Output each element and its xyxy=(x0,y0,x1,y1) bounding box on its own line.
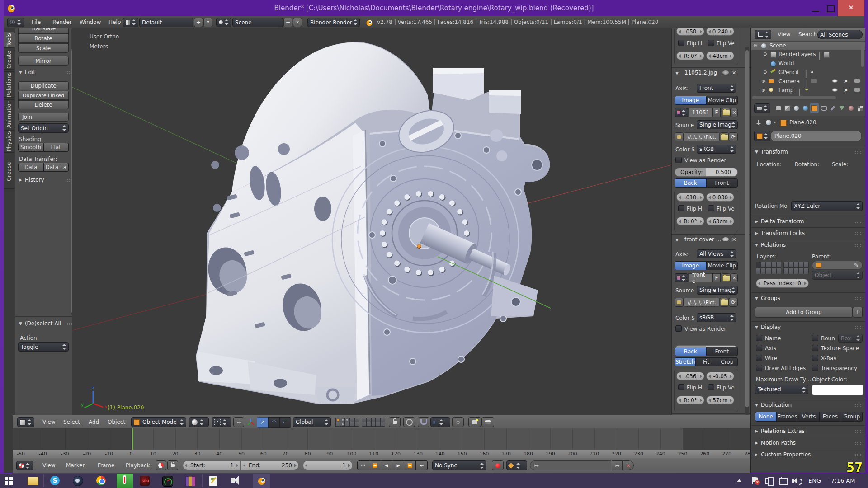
duplication-group[interactable]: Group xyxy=(841,412,863,422)
rotate-manipulator-button[interactable]: ◠ xyxy=(268,417,280,428)
smooth-button[interactable]: Smooth xyxy=(18,143,44,152)
img2-name-field[interactable]: front c xyxy=(688,273,712,282)
minimize-button[interactable] xyxy=(812,11,819,12)
lock-to-scene-button[interactable] xyxy=(389,417,401,427)
lock-time-button[interactable] xyxy=(167,460,178,470)
layers-grid-1[interactable] xyxy=(756,262,781,274)
menu-file[interactable]: File xyxy=(27,16,45,28)
current-frame-field[interactable]: 1 xyxy=(303,460,353,470)
duplication-frames[interactable]: Frames xyxy=(777,412,798,422)
taskbar-file-explorer-icon[interactable] xyxy=(26,475,40,486)
jump-to-end-button[interactable]: ⏭ xyxy=(416,460,428,470)
img1-flip-h-checkbox[interactable] xyxy=(678,205,684,211)
mirror-button[interactable]: Mirror xyxy=(18,56,69,66)
img2-offset-y-field[interactable]: -0.05 xyxy=(706,372,734,380)
delete-button[interactable]: Delete xyxy=(18,100,69,109)
properties-editor-selector[interactable] xyxy=(754,103,770,113)
history-section-header[interactable]: ▶History xyxy=(19,177,44,183)
transform-section-header[interactable]: ▼Transform xyxy=(755,149,788,155)
delete-scene-button[interactable]: ✕ xyxy=(293,18,302,27)
add-group-plus-button[interactable]: + xyxy=(853,307,863,318)
img1-front-button[interactable]: Front xyxy=(707,178,738,188)
render-tab[interactable] xyxy=(774,103,783,113)
translate-button[interactable]: Translate xyxy=(18,28,69,33)
motion-paths-header[interactable]: ▶Motion Paths xyxy=(755,440,796,446)
outliner-vscrollbar[interactable] xyxy=(861,42,864,67)
img1-fake-user-button[interactable]: F xyxy=(712,108,721,117)
prev-flip-v-checkbox[interactable] xyxy=(708,40,714,46)
img1-id-icon[interactable] xyxy=(675,108,688,117)
engine-model[interactable] xyxy=(196,42,550,404)
taskbar-gauge-icon[interactable] xyxy=(161,475,175,486)
img1-title[interactable]: 11051.2.jpg xyxy=(684,70,717,76)
max-draw-type-dropdown[interactable]: Textured xyxy=(755,385,808,394)
next-keyframe-button[interactable]: ⏩ xyxy=(404,460,416,470)
render-engine-selector[interactable]: Blender Render xyxy=(307,18,360,27)
img2-filepath-field[interactable]: //..\..\..\Pict... xyxy=(684,298,720,307)
visibility-eye-icon[interactable] xyxy=(832,79,838,83)
img2-stretch-button[interactable]: Stretch xyxy=(675,357,696,366)
viewport-menu-view[interactable]: View xyxy=(38,415,60,427)
prev-flip-h-checkbox[interactable] xyxy=(678,40,684,46)
timeline-tracks[interactable] xyxy=(13,428,750,450)
delete-layout-button[interactable]: ✕ xyxy=(203,18,212,27)
start-frame-field[interactable]: Start:1 xyxy=(183,460,241,470)
relations-header[interactable]: ▼Relations xyxy=(755,242,786,248)
timeline-menu-playback[interactable]: Playback xyxy=(121,458,155,470)
img2-browse-button[interactable] xyxy=(720,298,729,307)
add-scene-button[interactable]: + xyxy=(283,18,292,27)
taskbar-skype-icon[interactable]: S xyxy=(49,475,62,486)
groups-header[interactable]: ▼Groups xyxy=(755,295,780,301)
img1-opacity-slider[interactable]: Opacity:0.500 xyxy=(675,168,738,177)
img1-filepath-field[interactable]: //..\..\..\Pict... xyxy=(684,132,720,141)
scene-name[interactable]: Scene xyxy=(232,18,283,27)
opengl-anim-render-button[interactable] xyxy=(481,417,494,427)
duplicate-linked-button[interactable]: Duplicate Linked xyxy=(18,91,69,100)
selectability-cursor-icon[interactable]: ➤ xyxy=(844,78,848,84)
tray-language[interactable]: ENG xyxy=(808,477,821,484)
pin-icon[interactable] xyxy=(756,120,761,125)
img2-fit-button[interactable]: Fit xyxy=(696,357,717,366)
object-tab[interactable] xyxy=(810,103,819,113)
manipulate-centers-button[interactable]: ⇔ xyxy=(233,417,244,427)
sync-dropdown[interactable]: No Sync xyxy=(432,460,486,470)
renderability-camera-icon[interactable] xyxy=(854,88,860,92)
tray-clock[interactable]: 7:16 AM xyxy=(831,477,855,484)
display-edges-checkbox[interactable] xyxy=(756,365,762,371)
viewport-layers-grid-2[interactable] xyxy=(362,418,385,427)
timeline-menu-frame[interactable]: Frame xyxy=(93,458,119,470)
img2-fake-user-button[interactable]: F xyxy=(712,273,721,282)
prev-offset-x-field[interactable]: .050 xyxy=(676,28,704,36)
object-color-swatch[interactable] xyxy=(812,385,863,395)
display-name-checkbox[interactable] xyxy=(756,335,762,341)
data-layout-button[interactable]: Data La xyxy=(44,163,69,172)
taskbar-gpu-turbo-icon[interactable]: GPU xyxy=(138,475,152,486)
translate-manipulator-button[interactable]: ↗ xyxy=(257,417,269,428)
orientation-dropdown[interactable]: Global xyxy=(293,417,331,427)
object-id-icon[interactable] xyxy=(754,131,770,141)
proportional-edit-button[interactable] xyxy=(403,417,415,427)
visibility-eye-icon[interactable] xyxy=(832,88,838,92)
outliner-row-world[interactable]: World xyxy=(751,59,865,68)
object-name-field[interactable]: Plane.020 xyxy=(770,131,862,141)
img2-eye-icon[interactable] xyxy=(722,237,729,241)
data-tab[interactable] xyxy=(838,103,846,113)
join-button[interactable]: Join xyxy=(18,113,69,122)
img1-source-dropdown[interactable]: Single Image xyxy=(697,120,738,129)
toolshelf-tab-create[interactable]: Create xyxy=(4,50,16,70)
pivot-dropdown[interactable] xyxy=(212,417,231,427)
img2-expand-icon[interactable]: ▼ xyxy=(675,238,679,242)
img2-flip-h-checkbox[interactable] xyxy=(678,384,684,390)
taskbar-steam-icon[interactable] xyxy=(71,475,85,486)
prev-size-field[interactable]: 48cm xyxy=(706,52,734,60)
img2-offset-x-field[interactable]: .036 xyxy=(676,372,704,380)
play-reverse-button[interactable]: ◀ xyxy=(381,460,393,470)
close-button[interactable]: ✕ xyxy=(838,0,864,16)
toolshelf-tab-relations[interactable]: Relations xyxy=(4,71,16,98)
img2-reload-button[interactable]: ⟳ xyxy=(729,298,738,307)
add-to-group-button[interactable]: Add to Group xyxy=(755,307,853,318)
img2-open-button[interactable] xyxy=(722,273,731,282)
img2-flip-v-checkbox[interactable] xyxy=(708,384,714,390)
img2-colorspace-dropdown[interactable]: sRGB xyxy=(697,313,736,322)
rotation-mode-dropdown[interactable]: XYZ Euler xyxy=(791,201,863,211)
